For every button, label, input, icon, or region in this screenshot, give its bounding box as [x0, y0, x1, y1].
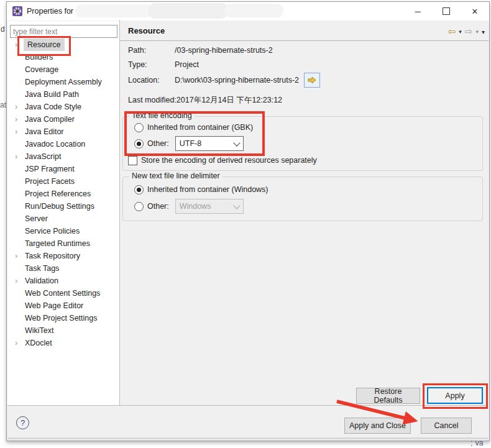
sidebar-item-jsp-fragment[interactable]: JSP Fragment: [7, 163, 119, 175]
sidebar-item-web-project-settings[interactable]: Web Project Settings: [7, 312, 119, 324]
chevron-right-icon[interactable]: ›: [15, 337, 22, 349]
sidebar-item-run-debug-settings[interactable]: Run/Debug Settings: [7, 200, 119, 213]
sidebar-item-label: Java Editor: [25, 126, 64, 138]
field-row: Path:/03-spring-hibernate-struts-2: [128, 45, 273, 56]
back-icon[interactable]: ⇦: [448, 26, 456, 37]
maximize-button[interactable]: [432, 2, 461, 21]
checkbox-label: Store the encoding of derived resources …: [141, 156, 317, 165]
properties-dialog: Properties for ─ ✕ ›ResourceBuildersCove…: [6, 1, 490, 441]
line-delimiter-group: New text file line delimiter Inherited f…: [122, 176, 483, 221]
sidebar-item-java-editor[interactable]: ›Java Editor: [7, 126, 119, 138]
sidebar-item-label: Server: [25, 213, 48, 225]
sidebar-item-coverage[interactable]: Coverage: [7, 63, 119, 76]
radio-label: Inherited from container (Windows): [147, 185, 268, 194]
sidebar-item-xdoclet[interactable]: ›XDoclet: [7, 337, 119, 349]
chevron-down-icon: [233, 202, 240, 209]
sidebar-item-label: Task Tags: [25, 262, 59, 275]
title-bar: Properties for ─ ✕: [7, 2, 489, 21]
sidebar-item-javadoc-location[interactable]: Javadoc Location: [7, 138, 119, 150]
background-text-fragment: at: [0, 101, 6, 109]
open-location-button[interactable]: [304, 73, 320, 88]
field-row: Last modified:2017年12月14日 下午12:23:12: [128, 94, 282, 106]
chevron-right-icon[interactable]: ›: [15, 113, 22, 126]
sidebar-item-validation[interactable]: ›Validation: [7, 275, 119, 287]
combo-value: UTF-8: [180, 139, 201, 148]
sidebar-item-label: Web Content Settings: [25, 287, 100, 299]
redacted-project-name: [224, 4, 283, 17]
sidebar-item-label: JavaScript: [25, 150, 61, 163]
delimiter-combo: Windows: [175, 199, 244, 214]
forward-icon[interactable]: ⇨: [465, 26, 473, 37]
sidebar-item-label: Javadoc Location: [25, 138, 85, 150]
radio-inherited-delimiter[interactable]: Inherited from container (Windows): [134, 183, 268, 196]
chevron-right-icon[interactable]: ›: [15, 101, 22, 113]
radio-other-delimiter[interactable]: Other: Windows: [134, 200, 244, 213]
radio-icon: [134, 139, 144, 149]
sidebar-item-service-policies[interactable]: Service Policies: [7, 225, 119, 237]
apply-button[interactable]: Apply: [427, 387, 483, 404]
group-title: New text file line delimiter: [129, 171, 223, 180]
button-bar: ? Apply and Close Cancel: [7, 406, 489, 439]
apply-and-close-button[interactable]: Apply and Close: [344, 418, 411, 434]
radio-icon: [134, 185, 144, 194]
window-title: Properties for: [27, 2, 73, 21]
sidebar-item-java-code-style[interactable]: ›Java Code Style: [7, 101, 119, 113]
sidebar: ›ResourceBuildersCoverageDeployment Asse…: [7, 21, 119, 405]
sidebar-item-web-content-settings[interactable]: Web Content Settings: [7, 287, 119, 299]
page-navigation: ⇦ ▾ ⇨ ▾ ▾: [448, 26, 485, 37]
sidebar-item-wikitext[interactable]: WikiText: [7, 324, 119, 337]
forward-menu-icon[interactable]: ▾: [475, 29, 479, 35]
chevron-right-icon[interactable]: ›: [15, 275, 22, 287]
text-file-encoding-group: Text file encoding Inherited from contai…: [122, 116, 483, 171]
sidebar-item-label: Validation: [25, 275, 58, 287]
encoding-combo[interactable]: UTF-8: [175, 136, 244, 151]
maximize-icon: [443, 7, 450, 15]
radio-inherited-encoding[interactable]: Inherited from container (GBK): [134, 121, 253, 134]
sidebar-item-label: Builders: [25, 51, 53, 63]
field-value: D:\work\03-spring-hibernate-struts-2: [175, 76, 299, 85]
sidebar-item-server[interactable]: Server: [7, 213, 119, 225]
minimize-button[interactable]: ─: [403, 2, 432, 21]
sidebar-item-label: Java Compiler: [25, 113, 75, 126]
sidebar-item-label: Project References: [25, 188, 91, 200]
radio-icon: [134, 202, 144, 211]
sidebar-item-project-facets[interactable]: Project Facets: [7, 175, 119, 188]
sidebar-item-task-repository[interactable]: ›Task Repository: [7, 250, 119, 262]
field-label: Path:: [128, 46, 175, 55]
chevron-right-icon[interactable]: ›: [15, 39, 22, 51]
help-button[interactable]: ?: [16, 416, 29, 429]
sidebar-item-task-tags[interactable]: Task Tags: [7, 262, 119, 275]
field-label: Type:: [128, 60, 175, 69]
header-separator: [120, 40, 489, 41]
sidebar-item-javascript[interactable]: ›JavaScript: [7, 150, 119, 163]
chevron-right-icon[interactable]: ›: [15, 150, 22, 163]
redacted-project-name: [75, 4, 153, 17]
sidebar-item-builders[interactable]: Builders: [7, 51, 119, 63]
chevron-right-icon[interactable]: ›: [15, 126, 22, 138]
sidebar-item-label: Web Project Settings: [25, 312, 98, 324]
radio-other-encoding[interactable]: Other: UTF-8: [134, 137, 244, 150]
restore-defaults-button[interactable]: Restore Defaults: [356, 388, 420, 404]
radio-icon: [134, 123, 144, 132]
cancel-button[interactable]: Cancel: [421, 418, 472, 434]
sidebar-item-java-build-path[interactable]: Java Build Path: [7, 88, 119, 101]
sidebar-item-label: Java Code Style: [25, 101, 81, 113]
field-row: Type:Project: [128, 59, 199, 70]
sidebar-item-label: Web Page Editor: [25, 299, 83, 312]
back-menu-icon[interactable]: ▾: [459, 29, 462, 35]
sidebar-item-targeted-runtimes[interactable]: Targeted Runtimes: [7, 237, 119, 250]
radio-label: Other:: [147, 139, 169, 148]
sidebar-item-deployment-assembly[interactable]: Deployment Assembly: [7, 76, 119, 88]
view-menu-icon[interactable]: ▾: [482, 29, 485, 35]
sidebar-item-project-references[interactable]: Project References: [7, 188, 119, 200]
radio-label: Other:: [147, 202, 169, 211]
filter-input[interactable]: [10, 25, 117, 38]
close-button[interactable]: ✕: [461, 2, 489, 21]
sidebar-item-resource[interactable]: ›Resource: [7, 39, 119, 51]
derived-encoding-checkbox[interactable]: Store the encoding of derived resources …: [128, 154, 317, 167]
combo-value: Windows: [180, 202, 211, 211]
background-text-fragment: d: [1, 25, 5, 34]
chevron-right-icon[interactable]: ›: [15, 250, 22, 262]
sidebar-item-web-page-editor[interactable]: Web Page Editor: [7, 299, 119, 312]
sidebar-item-java-compiler[interactable]: ›Java Compiler: [7, 113, 119, 126]
